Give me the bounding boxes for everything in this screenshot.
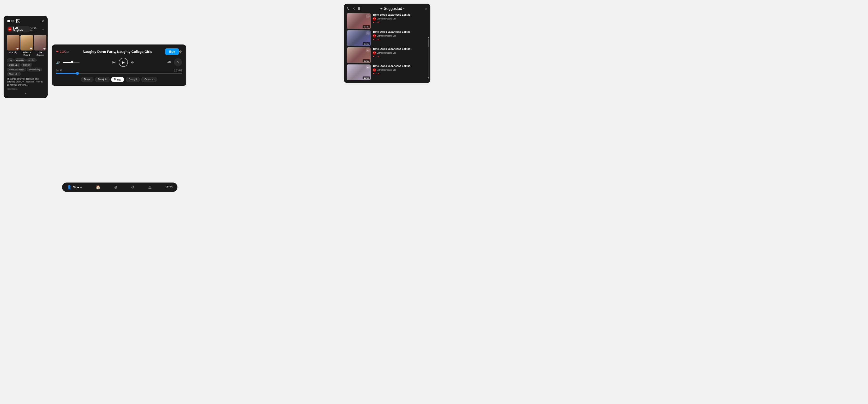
nav-time: 12:23 bbox=[165, 186, 173, 189]
image-icon: 🖼 bbox=[16, 19, 20, 23]
loop-button[interactable]: ⟳ bbox=[174, 58, 182, 66]
video-title-2: Time Stops Japanesse Lolitas bbox=[373, 48, 428, 51]
like-count: 1.2K bbox=[60, 50, 66, 53]
performer-card-vina[interactable]: 🤍 Vina Sky bbox=[7, 35, 20, 57]
scroll-up-chevron: ▲ bbox=[427, 36, 429, 38]
video-list-item-0[interactable]: + 12:59 Time Stops Japanesse Lolitas SLR… bbox=[347, 13, 428, 29]
nav-home[interactable]: 🏠 bbox=[96, 185, 100, 189]
sign-in-button[interactable]: Sign in bbox=[73, 186, 82, 189]
chapter-blowjob[interactable]: Blowjob bbox=[95, 77, 110, 82]
performers-row: 🤍 Vina Sky 🤍 Rebecca Volpetti 🤍 Little C… bbox=[7, 35, 44, 57]
scroll-down-chevron: ▼ bbox=[427, 77, 429, 79]
nav-target[interactable]: ⊕ bbox=[114, 185, 117, 189]
target-icon: ⊕ bbox=[114, 185, 117, 189]
video-title-0: Time Stops Japanesse Lolitas bbox=[373, 13, 428, 17]
time-current: 14:34 bbox=[56, 69, 62, 72]
volume-thumb bbox=[71, 61, 73, 63]
video-add-button-0[interactable]: + bbox=[366, 14, 370, 18]
video-title: Naughty Dorm Party, Naughty College Girl… bbox=[70, 50, 165, 54]
video-likes-1: ❤ 1.2K bbox=[373, 38, 428, 41]
video-info-1: Time Stops Japanesse Lolitas SLR Lethal … bbox=[373, 30, 428, 41]
studio-logo-1: SLR bbox=[373, 34, 376, 37]
chapter-cowgirl[interactable]: Cowgirl bbox=[126, 77, 140, 82]
tag-blowjob[interactable]: Blowjob bbox=[14, 58, 26, 62]
video-add-button-2[interactable]: + bbox=[366, 48, 370, 53]
right-panel-header: ↻ ✕ ≡ Suggested ▾ ✕ bbox=[347, 6, 428, 11]
tag-reverse-cowgirl[interactable]: Reverse cowgirl bbox=[7, 68, 26, 71]
rp-pause-button[interactable] bbox=[358, 7, 360, 10]
comment-count-wrap: 💬 20 bbox=[7, 20, 14, 23]
playlist-icon[interactable]: ≡+ bbox=[66, 50, 70, 54]
volume-icon[interactable]: 🔊 bbox=[56, 61, 60, 64]
progress-fill bbox=[56, 73, 78, 74]
scroll-down-indicator: ▼ bbox=[7, 92, 44, 95]
rp-icons-left: ↻ ✕ bbox=[347, 6, 360, 11]
next-button[interactable]: ⏭ bbox=[131, 60, 135, 64]
studio-badge[interactable]: SLR SLR Originals bbox=[7, 26, 30, 32]
chapter-tease[interactable]: Tease bbox=[81, 77, 94, 82]
studio-row-chevron-icon: ▲ bbox=[42, 28, 44, 31]
profile-icon: 👤 bbox=[67, 185, 72, 189]
tag-boobs[interactable]: Boobs bbox=[26, 58, 36, 62]
bottom-nav-bar: 👤 Sign in 🏠 ⊕ ⚙ ⏏ 12:23 bbox=[62, 183, 178, 192]
video-likes-0: ❤ 1.2K bbox=[373, 21, 428, 24]
performer-avatar-vina: 🤍 bbox=[7, 35, 20, 51]
x-icon: ✕ bbox=[352, 6, 355, 11]
buy-button[interactable]: Buy bbox=[165, 48, 179, 55]
suggested-dropdown[interactable]: ≡ Suggested ▾ bbox=[380, 6, 405, 11]
studio-name-0: Lethal Hardcore VR bbox=[377, 18, 396, 20]
time-total: 1:23:53 bbox=[174, 69, 182, 72]
play-button[interactable]: ▶ bbox=[119, 58, 128, 67]
tag-cowgirl[interactable]: Cowgirl bbox=[21, 63, 32, 67]
likes-count-3: 1.2K bbox=[375, 72, 380, 75]
time-row: 14:34 1:23:53 bbox=[56, 69, 182, 72]
show-all-button[interactable]: Show all ▾ bbox=[7, 72, 21, 76]
tag-face-sitting[interactable]: Face sitting bbox=[27, 68, 42, 71]
rp-close-small-button[interactable]: ✕ bbox=[352, 6, 355, 11]
nav-profile[interactable]: 👤 Sign in bbox=[67, 185, 82, 189]
video-title-3: Time Stops Japanesse Lolitas bbox=[373, 64, 428, 68]
video-add-button-1[interactable]: + bbox=[366, 31, 370, 35]
right-panel-close-button[interactable]: ✕ bbox=[425, 7, 428, 10]
heart-icon-3: ❤ bbox=[373, 72, 375, 75]
left-panel-icons: 💬 20 🖼 bbox=[7, 19, 20, 23]
performer-card-caprice[interactable]: 🤍 Little Caprice bbox=[34, 35, 46, 57]
volume-slider[interactable] bbox=[63, 62, 80, 63]
performer-avatar-rebecca: 🤍 bbox=[21, 35, 33, 51]
gear-icon: ⚙ bbox=[131, 185, 134, 189]
video-list-item-2[interactable]: + 12:59 Time Stops Japanesse Lolitas SLR… bbox=[347, 48, 428, 63]
performer-name-caprice: Little Caprice bbox=[34, 51, 46, 57]
video-thumb-0: + 12:59 bbox=[347, 13, 371, 29]
heart-icon-1: ❤ bbox=[373, 38, 375, 41]
heart-icon-0: ❤ bbox=[373, 21, 375, 24]
left-panel-close-button[interactable]: ✕ bbox=[41, 19, 44, 23]
prev-button[interactable]: ⏮ bbox=[112, 60, 116, 64]
progress-bar[interactable] bbox=[56, 73, 182, 74]
video-studio-2: SLR Lethal Hardcore VR bbox=[373, 51, 428, 55]
refresh-icon: ↻ bbox=[347, 6, 350, 11]
video-player: ❤ 1.2K ≡+ Naughty Dorm Party, Naughty Co… bbox=[52, 44, 186, 86]
video-id: ID: 230343 bbox=[7, 88, 44, 90]
chapter-doggy[interactable]: Doggy bbox=[111, 77, 124, 82]
performer-card-rebecca[interactable]: 🤍 Rebecca Volpetti bbox=[21, 35, 33, 57]
left-panel: 💬 20 🖼 ✕ SLR SLR Originals Apr 19, 2021 … bbox=[4, 15, 48, 98]
tag-closeups[interactable]: Close ups bbox=[7, 63, 21, 67]
menu-lines-icon: ≡ bbox=[380, 6, 382, 11]
likes-count-0: 1.2K bbox=[375, 21, 380, 24]
studio-name-3: Lethal Hardcore VR bbox=[377, 69, 396, 71]
studio-logo-3: SLR bbox=[373, 68, 376, 72]
video-list-item-3[interactable]: + 12:59 Time Stops Japanesse Lolitas SLR… bbox=[347, 64, 428, 80]
like-button[interactable]: ❤ 1.2K bbox=[56, 50, 66, 53]
player-settings-icon[interactable]: ⚙ bbox=[179, 50, 182, 54]
nav-settings[interactable]: ⚙ bbox=[131, 185, 134, 189]
video-info-0: Time Stops Japanesse Lolitas SLR Lethal … bbox=[373, 13, 428, 24]
nav-exit[interactable]: ⏏ bbox=[148, 185, 152, 189]
video-duration-3: 12:59 bbox=[363, 76, 370, 80]
likes-count-2: 1.2K bbox=[375, 55, 380, 58]
video-add-button-3[interactable]: + bbox=[366, 65, 370, 69]
studio-name-2: Lethal Hardcore VR bbox=[377, 52, 396, 54]
chapter-cumshot[interactable]: Cumshot bbox=[142, 77, 157, 82]
video-list-item-1[interactable]: + 12:59 Time Stops Japanesse Lolitas SLR… bbox=[347, 30, 428, 46]
rp-refresh-button[interactable]: ↻ bbox=[347, 6, 350, 11]
tag-3d[interactable]: 3D bbox=[7, 58, 14, 62]
